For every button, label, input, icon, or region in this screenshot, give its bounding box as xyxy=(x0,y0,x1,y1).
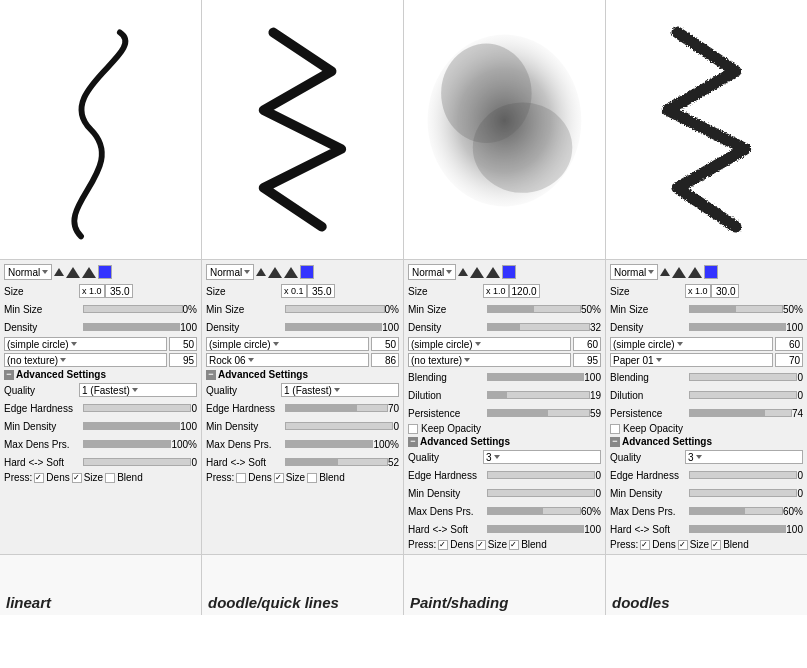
minsize-row-2: Min Size 50% xyxy=(408,301,601,317)
press-dens-check-0[interactable] xyxy=(34,473,44,483)
hardsoft-slider-2[interactable] xyxy=(487,525,584,533)
brush1-val-2[interactable]: 60 xyxy=(573,337,601,351)
quality-select-3[interactable]: 3 xyxy=(685,450,803,464)
density-slider-1[interactable] xyxy=(285,323,382,331)
brush1-select-0[interactable]: (simple circle) xyxy=(4,337,167,351)
edge-slider-3[interactable] xyxy=(689,471,797,479)
mult-box-1[interactable]: x 0.1 xyxy=(281,284,307,298)
maxdens-slider-0[interactable] xyxy=(83,440,171,448)
brush1-select-3[interactable]: (simple circle) xyxy=(610,337,773,351)
press-dens-check-2[interactable] xyxy=(438,540,448,550)
color-swatch-3[interactable] xyxy=(704,265,718,279)
brush2-val-3[interactable]: 70 xyxy=(775,353,803,367)
mode-dropdown-1[interactable]: Normal xyxy=(206,264,254,280)
color-swatch-1[interactable] xyxy=(300,265,314,279)
brush2-val-1[interactable]: 86 xyxy=(371,353,399,367)
press-dens-check-3[interactable] xyxy=(640,540,650,550)
brush-previews xyxy=(0,0,807,260)
hardsoft-slider-3[interactable] xyxy=(689,525,786,533)
edge-slider-1[interactable] xyxy=(285,404,388,412)
persistence-slider-2[interactable] xyxy=(487,409,590,417)
size-val-1[interactable]: 35.0 xyxy=(307,284,335,298)
press-size-check-1[interactable] xyxy=(274,473,284,483)
edge-slider-0[interactable] xyxy=(83,404,191,412)
brush1-select-1[interactable]: (simple circle) xyxy=(206,337,369,351)
keepopacity-check-3[interactable] xyxy=(610,424,620,434)
mult-box-0[interactable]: x 1.0 xyxy=(79,284,105,298)
mult-box-3[interactable]: x 1.0 xyxy=(685,284,711,298)
mindens-slider-0[interactable] xyxy=(83,422,180,430)
persistence-slider-3[interactable] xyxy=(689,409,792,417)
brush1-val-0[interactable]: 50 xyxy=(169,337,197,351)
minsize-slider-0[interactable] xyxy=(83,305,183,313)
keepopacity-check-2[interactable] xyxy=(408,424,418,434)
brush1-val-1[interactable]: 50 xyxy=(371,337,399,351)
preview-paint xyxy=(404,0,606,259)
density-slider-3[interactable] xyxy=(689,323,786,331)
dilution-slider-3[interactable] xyxy=(689,391,797,399)
press-size-check-2[interactable] xyxy=(476,540,486,550)
quality-select-0[interactable]: 1 (Fastest) xyxy=(79,383,197,397)
density-slider-2[interactable] xyxy=(487,323,590,331)
mindens-row-2: Min Density 0 xyxy=(408,485,601,501)
size-val-2[interactable]: 120.0 xyxy=(509,284,540,298)
press-size-check-0[interactable] xyxy=(72,473,82,483)
mindens-slider-2[interactable] xyxy=(487,489,595,497)
mindens-slider-1[interactable] xyxy=(285,422,393,430)
brush1-val-3[interactable]: 60 xyxy=(775,337,803,351)
hardsoft-row-3: Hard <-> Soft 100 xyxy=(610,521,803,537)
press-dens-check-1[interactable] xyxy=(236,473,246,483)
brush2-select-0[interactable]: (no texture) xyxy=(4,353,167,367)
minsize-slider-3[interactable] xyxy=(689,305,783,313)
color-swatch-0[interactable] xyxy=(98,265,112,279)
density-slider-0[interactable] xyxy=(83,323,180,331)
minsize-slider-2[interactable] xyxy=(487,305,581,313)
press-size-check-3[interactable] xyxy=(678,540,688,550)
brush2-arrow-2 xyxy=(464,358,470,362)
density-val-0: 100 xyxy=(180,322,197,333)
edge-slider-2[interactable] xyxy=(487,471,595,479)
maxdens-slider-2[interactable] xyxy=(487,507,581,515)
dilution-slider-2[interactable] xyxy=(487,391,590,399)
blending-slider-3[interactable] xyxy=(689,373,797,381)
quality-select-1[interactable]: 1 (Fastest) xyxy=(281,383,399,397)
brush2-select-1[interactable]: Rock 06 xyxy=(206,353,369,367)
press-blend-check-0[interactable] xyxy=(105,473,115,483)
brush-label-1: doodle/quick lines xyxy=(208,594,339,611)
mult-box-2[interactable]: x 1.0 xyxy=(483,284,509,298)
collapse-btn-3[interactable]: − xyxy=(610,437,620,447)
hardsoft-slider-0[interactable] xyxy=(83,458,191,466)
size-val-3[interactable]: 30.0 xyxy=(711,284,739,298)
quality-select-2[interactable]: 3 xyxy=(483,450,601,464)
brush2-select-2[interactable]: (no texture) xyxy=(408,353,571,367)
maxdens-slider-3[interactable] xyxy=(689,507,783,515)
collapse-btn-0[interactable]: − xyxy=(4,370,14,380)
brush-tip-small-2 xyxy=(458,268,468,276)
mode-dropdown-0[interactable]: Normal xyxy=(4,264,52,280)
press-blend-check-2[interactable] xyxy=(509,540,519,550)
collapse-btn-2[interactable]: − xyxy=(408,437,418,447)
brush1-row-3: (simple circle) 60 xyxy=(610,337,803,351)
press-blend-check-3[interactable] xyxy=(711,540,721,550)
minsize-slider-1[interactable] xyxy=(285,305,385,313)
brush2-row-2: (no texture) 95 xyxy=(408,353,601,367)
mode-dropdown-3[interactable]: Normal xyxy=(610,264,658,280)
hardsoft-slider-1[interactable] xyxy=(285,458,388,466)
brush-tip-large-2 xyxy=(486,267,500,278)
brush1-select-2[interactable]: (simple circle) xyxy=(408,337,571,351)
press-blend-check-1[interactable] xyxy=(307,473,317,483)
brush2-select-3[interactable]: Paper 01 xyxy=(610,353,773,367)
color-swatch-2[interactable] xyxy=(502,265,516,279)
brush2-val-0[interactable]: 95 xyxy=(169,353,197,367)
brush2-val-2[interactable]: 95 xyxy=(573,353,601,367)
collapse-btn-1[interactable]: − xyxy=(206,370,216,380)
mindens-slider-3[interactable] xyxy=(689,489,797,497)
size-val-0[interactable]: 35.0 xyxy=(105,284,133,298)
label-cell-2: Paint/shading xyxy=(404,555,606,615)
advanced-header-2: − Advanced Settings xyxy=(408,436,601,447)
maxdens-slider-1[interactable] xyxy=(285,440,373,448)
mindens-row-3: Min Density 0 xyxy=(610,485,803,501)
top-bar-3: Normal xyxy=(610,264,803,280)
mode-dropdown-2[interactable]: Normal xyxy=(408,264,456,280)
blending-slider-2[interactable] xyxy=(487,373,584,381)
